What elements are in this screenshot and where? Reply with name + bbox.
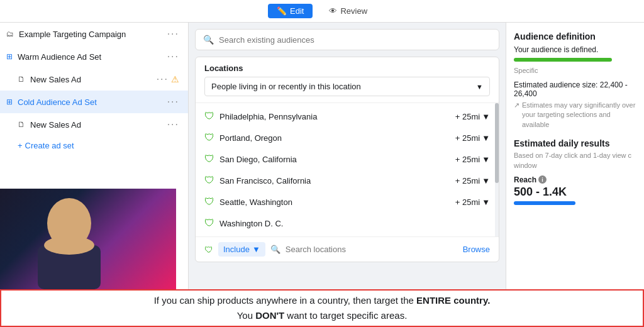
- reach-info-icon[interactable]: i: [538, 175, 547, 184]
- sidebar-item-new-sales-1[interactable]: 🗋 New Sales Ad ··· ⚠: [0, 68, 188, 91]
- list-item: 🛡 Philadelphia, Pennsylvania + 25mi ▼: [196, 106, 499, 127]
- radius-3: + 25mi ▼: [455, 155, 490, 164]
- estimates-text: Estimates may vary significantly over yo…: [522, 101, 636, 130]
- caption-text: If you can ship products anywhere in a c…: [154, 293, 491, 323]
- sidebar-item-cold-adset[interactable]: ⊞ Cold Audience Ad Set ···: [0, 91, 188, 113]
- reach-label: Reach i: [514, 175, 636, 184]
- sidebar-item-campaign[interactable]: 🗂 Example Targeting Campaign ···: [0, 23, 188, 45]
- browse-button[interactable]: Browse: [463, 245, 490, 254]
- list-item: 🛡 Seattle, Washington + 25mi ▼: [196, 191, 499, 213]
- list-item: 🛡 San Francisco, California + 25mi ▼: [196, 170, 499, 191]
- daily-note: Based on 7-day click and 1-day view c wi…: [514, 151, 636, 170]
- shield-icon-2: 🛡: [204, 132, 214, 143]
- right-panel: Audience definition Your audience is def…: [506, 23, 644, 327]
- include-button[interactable]: Include ▼: [218, 242, 265, 257]
- edit-tab[interactable]: ✏️ Edit: [268, 4, 313, 18]
- cold-adset-dots[interactable]: ···: [165, 95, 182, 109]
- bottom-overlay-image: [0, 189, 176, 289]
- shield-icon-4: 🛡: [204, 175, 214, 186]
- edit-label: Edit: [290, 6, 304, 16]
- campaign-label: Example Targeting Campaign: [19, 30, 165, 39]
- caption-line1: If you can ship products anywhere in a c…: [154, 295, 491, 306]
- new-sales-1-label: New Sales Ad: [30, 75, 154, 84]
- campaign-dots[interactable]: ···: [165, 27, 182, 41]
- edit-icon: ✏️: [277, 6, 287, 16]
- shield-icon-5: 🛡: [204, 196, 214, 208]
- search-input[interactable]: [219, 35, 491, 45]
- include-chevron: ▼: [252, 245, 260, 254]
- location-dropdown[interactable]: People living in or recently in this loc…: [204, 77, 490, 96]
- cold-adset-label: Cold Audience Ad Set: [18, 97, 165, 107]
- estimates-icon: ↗: [514, 101, 519, 130]
- estimated-size-label: Estimated audience size: 22,400 - 26,400: [514, 80, 636, 98]
- sidebar-item-new-sales-2[interactable]: 🗋 New Sales Ad ···: [0, 113, 188, 136]
- person-silhouette: [19, 195, 119, 289]
- location-list: 🛡 Philadelphia, Pennsylvania + 25mi ▼ 🛡 …: [196, 103, 499, 236]
- audience-meter-bar: [514, 58, 612, 62]
- radius-5: + 25mi ▼: [455, 197, 490, 207]
- create-adset-btn[interactable]: + Create ad set: [0, 136, 188, 155]
- list-item: 🛡 San Diego, California + 25mi ▼: [196, 148, 499, 170]
- review-tab[interactable]: 👁 Review: [320, 4, 376, 18]
- locations-header: Locations: [196, 57, 499, 77]
- svg-point-2: [44, 236, 94, 255]
- new-sales-1-dots[interactable]: ···: [154, 72, 171, 86]
- search-icon: 🔍: [203, 35, 214, 45]
- reach-bar: [514, 201, 575, 205]
- locations-box: Locations People living in or recently i…: [195, 57, 499, 262]
- doc-icon-1: 🗋: [18, 75, 25, 84]
- list-item: 🛡 Portland, Oregon + 25mi ▼: [196, 127, 499, 148]
- warm-adset-dots[interactable]: ···: [165, 50, 182, 64]
- radius-chevron-1[interactable]: ▼: [482, 112, 490, 121]
- radius-chevron-4[interactable]: ▼: [482, 176, 490, 186]
- reach-label-text: Reach: [514, 175, 536, 184]
- grid-icon-warm: ⊞: [6, 52, 13, 61]
- city-2: Portland, Oregon: [219, 133, 450, 143]
- radius-chevron-5[interactable]: ▼: [482, 197, 490, 207]
- review-label: Review: [340, 6, 367, 16]
- city-3: San Diego, California: [219, 155, 450, 164]
- locations-footer: 🛡 Include ▼ 🔍 Browse: [196, 236, 499, 262]
- grid-icon-cold: ⊞: [6, 97, 13, 106]
- city-5: Seattle, Washington: [219, 197, 450, 207]
- include-label: Include: [223, 245, 250, 254]
- caption-line2: You DON'T want to target specific areas.: [237, 310, 408, 321]
- shield-icon-1: 🛡: [204, 111, 214, 122]
- doc-icon-2: 🗋: [18, 120, 25, 129]
- new-sales-2-dots[interactable]: ···: [165, 118, 182, 131]
- city-1: Philadelphia, Pennsylvania: [219, 112, 450, 121]
- review-icon: 👁: [329, 6, 337, 16]
- top-bar: ✏️ Edit 👁 Review: [0, 0, 644, 23]
- folder-icon: 🗂: [6, 30, 14, 38]
- chevron-down-icon: ▼: [476, 83, 483, 91]
- estimates-note: ↗ Estimates may vary significantly over …: [514, 101, 636, 130]
- scrollbar-thumb[interactable]: [495, 103, 499, 183]
- search-locations-input[interactable]: [286, 245, 458, 254]
- radius-4: + 25mi ▼: [455, 176, 490, 186]
- specific-label: Specific: [514, 67, 636, 74]
- location-list-inner: 🛡 Philadelphia, Pennsylvania + 25mi ▼ 🛡 …: [196, 103, 499, 236]
- sidebar-item-warm-adset[interactable]: ⊞ Warm Audience Ad Set ···: [0, 45, 188, 68]
- radius-1: + 25mi ▼: [455, 112, 490, 121]
- warm-adset-label: Warm Audience Ad Set: [18, 52, 165, 62]
- middle-content: 🔍 Locations People living in or recently…: [189, 23, 506, 327]
- shield-icon-6: 🛡: [204, 218, 214, 229]
- bottom-caption: If you can ship products anywhere in a c…: [0, 289, 644, 327]
- reach-value: 500 - 1.4K: [514, 186, 636, 199]
- radius-2: + 25mi ▼: [455, 133, 490, 143]
- radius-chevron-2[interactable]: ▼: [482, 133, 490, 143]
- list-item: 🛡 Washington D. C.: [196, 213, 499, 234]
- city-6: Washington D. C.: [219, 219, 485, 228]
- new-sales-2-label: New Sales Ad: [30, 120, 165, 130]
- shield-icon-footer: 🛡: [204, 245, 213, 255]
- create-adset-label: Create ad set: [25, 141, 74, 150]
- audience-definition-title: Audience definition: [514, 31, 636, 42]
- search-locations-icon: 🔍: [270, 245, 280, 254]
- radius-chevron-3[interactable]: ▼: [482, 155, 490, 164]
- search-bar[interactable]: 🔍: [195, 29, 499, 50]
- audience-defined-text: Your audience is defined.: [514, 45, 636, 54]
- scrollbar-track: [495, 103, 499, 236]
- location-dropdown-value: People living in or recently in this loc…: [211, 82, 361, 91]
- estimated-daily-title: Estimated daily results: [514, 138, 636, 148]
- shield-icon-3: 🛡: [204, 153, 214, 165]
